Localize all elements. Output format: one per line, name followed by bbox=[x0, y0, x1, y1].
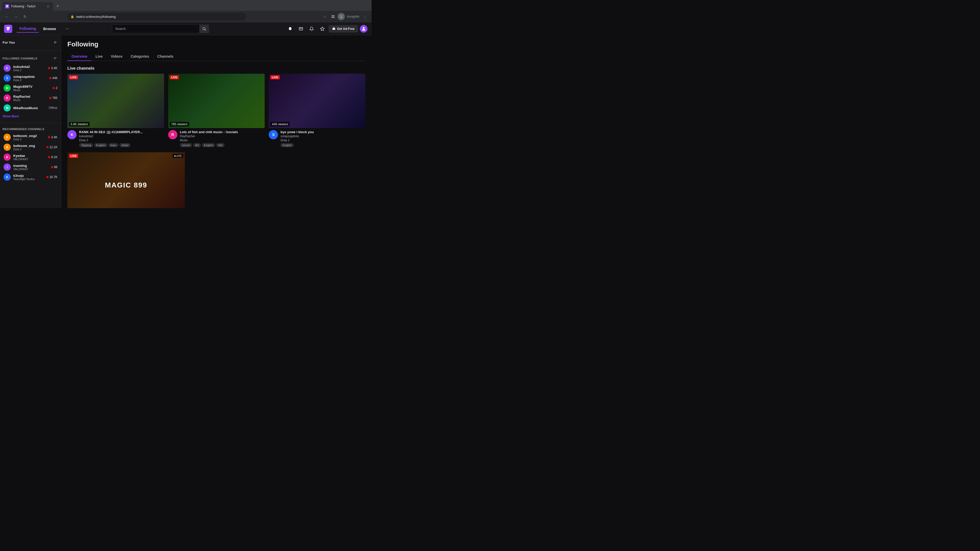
followed-channels-section: FOLLOWED CHANNELS K kukudota2 Dota 2 3.4… bbox=[0, 52, 61, 122]
channel-avatar: S bbox=[3, 75, 11, 82]
sidebar-rec-channel-inamiing[interactable]: I inamiing VALORANT 66 bbox=[1, 162, 60, 172]
channel-avatar: M bbox=[3, 84, 11, 92]
for-you-item[interactable]: For You bbox=[0, 37, 61, 48]
stream-card-2[interactable]: LIVE 446 viewers S bye yowe i block you … bbox=[269, 74, 366, 147]
notifications-button[interactable] bbox=[307, 24, 316, 33]
stream-tag[interactable]: soccer bbox=[180, 143, 192, 147]
following-nav-link[interactable]: Following bbox=[16, 25, 39, 33]
channel-name: solapsapdota bbox=[13, 75, 47, 79]
fourth-stream-overlay-text: MAGIC 899 bbox=[105, 181, 147, 189]
tab-videos[interactable]: Videos bbox=[107, 52, 127, 61]
channel-viewers: 16.7K bbox=[46, 175, 57, 179]
incognito-badge bbox=[338, 13, 345, 20]
channel-game: Dota 2 bbox=[13, 79, 47, 82]
channel-info: Magic899TV Music bbox=[13, 85, 50, 92]
lock-icon: 🔒 bbox=[70, 15, 74, 18]
card-stream-title: Lots of fish and chill music - !socials bbox=[180, 130, 265, 134]
tabs-nav: OverviewLiveVideosCategoriesChannels bbox=[67, 52, 366, 61]
fourth-stream-card[interactable]: MAGIC 899 LIVE ●LIVE bbox=[67, 152, 185, 208]
browser-chrome: Following - Twitch ✕ + ← → ↻ 🔒 twitch.tv… bbox=[0, 0, 372, 22]
svg-rect-3 bbox=[333, 17, 334, 18]
channel-avatar: M bbox=[3, 104, 11, 111]
channel-game: Music bbox=[13, 98, 47, 102]
stream-tag[interactable]: English bbox=[202, 143, 215, 147]
channel-viewers: 3.4K bbox=[48, 135, 57, 139]
tab-close-button[interactable]: ✕ bbox=[46, 4, 50, 8]
live-dot bbox=[51, 166, 53, 168]
sort-icon[interactable] bbox=[52, 56, 59, 62]
user-avatar[interactable] bbox=[360, 25, 368, 33]
extension-puzzle-button[interactable] bbox=[329, 13, 337, 20]
sidebar-channel-MikaRoseMusic[interactable]: M MikaRoseMusic Offline bbox=[1, 103, 60, 113]
messages-button[interactable] bbox=[297, 24, 305, 33]
stream-tag[interactable]: dota2 bbox=[119, 143, 130, 147]
stream-tag[interactable]: kuku bbox=[108, 143, 118, 147]
channel-avatar: B bbox=[3, 144, 11, 151]
channel-game: VALORANT bbox=[13, 168, 48, 171]
rewards-button[interactable] bbox=[318, 24, 327, 33]
sidebar-back-icon[interactable] bbox=[52, 39, 59, 45]
show-more-button[interactable]: Show More bbox=[0, 113, 61, 120]
svg-line-6 bbox=[205, 30, 206, 30]
sidebar-rec-channel-betboom_eng2[interactable]: B betboom_eng2 Dota 2 3.4K bbox=[1, 132, 60, 142]
menu-button[interactable]: ⋮ bbox=[361, 13, 369, 20]
channel-name: k3soju bbox=[13, 174, 44, 178]
refresh-button[interactable]: ↻ bbox=[21, 13, 29, 20]
tab-live[interactable]: Live bbox=[91, 52, 107, 61]
channel-game: Music bbox=[13, 89, 50, 92]
channel-info: inamiing VALORANT bbox=[13, 164, 48, 171]
bookmark-star-button[interactable]: ☆ bbox=[321, 13, 328, 20]
sidebar-channel-kukudota2[interactable]: K kukudota2 Dota 2 3.4K bbox=[1, 63, 60, 73]
stream-card-0[interactable]: LIVE 3.4K viewers K RANK 44 IN SEA :))) … bbox=[67, 74, 164, 147]
channel-info: MikaRoseMusic bbox=[13, 106, 46, 110]
channel-info: k3soju Teamfight Tactics bbox=[13, 174, 44, 181]
card-info: S bye yowe i block you solapsapdota Dota… bbox=[269, 130, 366, 147]
sidebar-channel-solapsapdota[interactable]: S solapsapdota Dota 2 446 bbox=[1, 73, 60, 83]
viewer-count: 785 viewers bbox=[170, 122, 189, 127]
browse-nav-link[interactable]: Browse bbox=[40, 25, 59, 32]
viewer-count: 446 viewers bbox=[270, 122, 290, 127]
channel-name: Kyedae bbox=[13, 154, 45, 158]
new-tab-button[interactable]: + bbox=[54, 3, 61, 10]
svg-rect-0 bbox=[332, 15, 333, 16]
channel-avatar: R bbox=[3, 94, 11, 102]
stream-tag[interactable]: fish bbox=[216, 143, 224, 147]
card-streamer: kukudota2 bbox=[79, 135, 164, 138]
stream-tag[interactable]: English bbox=[280, 143, 294, 147]
followed-header-actions bbox=[52, 56, 59, 62]
stream-tag[interactable]: English bbox=[94, 143, 107, 147]
sidebar-rec-channel-Kyedae[interactable]: K Kyedae VALORANT 9.1K bbox=[1, 152, 60, 162]
live-dot bbox=[49, 77, 51, 79]
tab-title: Following - Twitch bbox=[11, 5, 44, 8]
nav-bar: ← → ↻ 🔒 twitch.tv/directory/following ☆ … bbox=[0, 11, 372, 22]
drops-button[interactable] bbox=[286, 24, 294, 33]
stream-tag[interactable]: Art bbox=[193, 143, 201, 147]
card-thumbnail-wrap: LIVE 3.4K viewers bbox=[67, 74, 164, 128]
tab-categories[interactable]: Categories bbox=[127, 52, 153, 61]
tab-overview[interactable]: Overview bbox=[67, 52, 91, 61]
sidebar-channel-RayRachel[interactable]: R RayRachel Music 785 bbox=[1, 93, 60, 103]
live-channels-grid: LIVE 3.4K viewers K RANK 44 IN SEA :))) … bbox=[67, 74, 366, 147]
followed-channels-label: FOLLOWED CHANNELS bbox=[3, 57, 37, 60]
search-button[interactable] bbox=[199, 24, 209, 33]
recommended-channels-section: RECOMMENDED CHANNELS B betboom_eng2 Dota… bbox=[0, 124, 61, 184]
stream-card-1[interactable]: LIVE 785 viewers R Lots of fish and chil… bbox=[168, 74, 265, 147]
get-ad-free-button[interactable]: Get Ad-Free bbox=[329, 25, 358, 32]
svg-rect-1 bbox=[333, 15, 334, 16]
active-tab[interactable]: Following - Twitch ✕ bbox=[2, 2, 53, 11]
forward-button[interactable]: → bbox=[12, 13, 19, 20]
address-bar[interactable]: 🔒 twitch.tv/directory/following bbox=[67, 13, 246, 21]
search-input[interactable] bbox=[112, 24, 209, 33]
card-avatar: R bbox=[168, 130, 177, 139]
channel-avatar: I bbox=[3, 164, 11, 171]
sidebar-rec-channel-betboom_eng[interactable]: B betboom_eng Dota 2 12.1K bbox=[1, 142, 60, 152]
top-nav: Following Browse ⋯ Get A bbox=[0, 22, 372, 35]
nav-more-button[interactable]: ⋯ bbox=[63, 25, 72, 33]
sidebar-rec-channel-k3soju[interactable]: K k3soju Teamfight Tactics 16.7K bbox=[1, 172, 60, 182]
tab-channels[interactable]: Channels bbox=[153, 52, 177, 61]
channel-name: betboom_eng2 bbox=[13, 134, 45, 138]
sidebar-channel-Magic899TV[interactable]: M Magic899TV Music 2 bbox=[1, 83, 60, 93]
twitch-logo[interactable] bbox=[4, 25, 12, 33]
back-button[interactable]: ← bbox=[3, 13, 10, 20]
stream-tag[interactable]: Tagalog bbox=[79, 143, 93, 147]
